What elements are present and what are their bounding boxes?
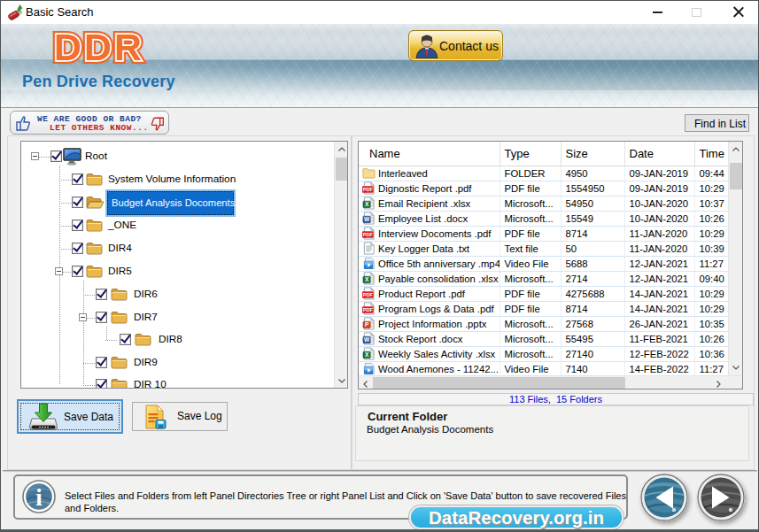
svg-text:W: W xyxy=(364,336,370,343)
svg-text:i: i xyxy=(35,484,43,511)
svg-text:PDF: PDF xyxy=(363,307,374,312)
svg-text:X: X xyxy=(365,351,369,358)
svg-text:W: W xyxy=(364,216,370,222)
svg-text:PDF: PDF xyxy=(363,187,374,192)
svg-text:X: X xyxy=(365,201,369,207)
svg-text:X: X xyxy=(365,276,369,282)
svg-text:PDF: PDF xyxy=(363,292,374,297)
svg-text:P: P xyxy=(365,321,369,328)
svg-text:PDF: PDF xyxy=(363,232,374,237)
